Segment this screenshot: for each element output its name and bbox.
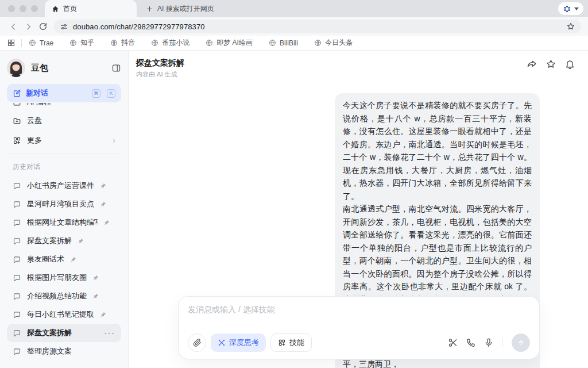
reload-button[interactable] — [36, 19, 51, 34]
pin-icon — [100, 312, 106, 318]
more-grid-icon — [13, 136, 21, 145]
toolbar-divider — [502, 339, 503, 347]
app-name: 豆包 — [31, 63, 111, 74]
pin-icon — [78, 238, 84, 244]
skills-label: 技能 — [289, 338, 304, 348]
attach-button[interactable] — [188, 334, 206, 352]
notification-bell-icon[interactable] — [564, 59, 575, 70]
avatar[interactable] — [7, 59, 25, 77]
history-item[interactable]: 小红书房产运营课件 ··· — [7, 177, 121, 195]
history-item-label: 根据图片写朋友圈 — [27, 273, 87, 283]
chat-main: 探盘文案拆解 内容由 AI 生成 今天这个房子要说不是精装修的就不要买房子了。先… — [129, 51, 588, 368]
collapse-sidebar-icon[interactable] — [111, 63, 121, 73]
skills-button[interactable]: 技能 — [270, 334, 312, 352]
message-input[interactable] — [188, 305, 530, 334]
chat-bubble-icon — [13, 274, 21, 282]
history-item[interactable]: 整理房源文案 ··· — [7, 342, 121, 361]
cloud-drive-folder-icon — [13, 117, 21, 125]
history-item-label: 介绍视频总结功能 — [27, 291, 87, 301]
bookmark-label: BiliBili — [280, 39, 298, 47]
item-menu-icon[interactable]: ··· — [105, 329, 115, 338]
minimize-window-icon[interactable] — [20, 5, 26, 12]
browser-tab-home[interactable]: 首页 — [45, 0, 137, 17]
chat-bubble-icon — [13, 329, 21, 338]
sidebar-item-more[interactable]: 更多 › — [7, 132, 121, 149]
apps-grid-icon[interactable] — [7, 39, 16, 47]
bookmark-item[interactable]: 番茄小说 — [151, 38, 189, 48]
deep-think-label: 深度思考 — [229, 338, 259, 348]
history-item[interactable]: 探盘文案拆解 ··· — [7, 232, 121, 250]
deep-think-toggle[interactable]: 深度思考 — [211, 334, 266, 352]
new-tab-button[interactable]: AI 搜索或打开网页 — [137, 4, 223, 14]
history-list: 小红书房产运营课件 ··· 星河畔月湾项目卖点 ··· 根据网址文章结构编写文章… — [7, 177, 121, 361]
skills-grid-icon — [278, 339, 286, 347]
home-icon — [52, 5, 59, 13]
pin-icon — [70, 256, 76, 263]
bookmark-item[interactable]: Trae — [29, 39, 53, 47]
zoom-window-icon[interactable] — [31, 5, 38, 12]
plus-icon — [146, 5, 153, 13]
bookmarks-divider — [21, 39, 22, 47]
address-bar[interactable]: doubao.com/chat/29829772977978370 — [54, 20, 581, 33]
bookmark-label: Trae — [40, 39, 53, 47]
bookmark-item[interactable]: BiliBili — [269, 39, 298, 47]
chat-bubble-icon — [13, 200, 21, 209]
chat-title: 探盘文案拆解 — [136, 57, 588, 68]
back-button[interactable] — [6, 19, 21, 34]
new-chat-label: 新对话 — [26, 88, 48, 98]
pin-icon — [103, 220, 110, 226]
more-label: 更多 — [27, 135, 42, 145]
bookmark-star-icon[interactable] — [566, 22, 575, 31]
close-window-icon[interactable] — [8, 5, 15, 12]
chat-bubble-icon — [13, 292, 21, 301]
history-header: 历史对话 — [13, 162, 121, 172]
compose-pencil-icon — [13, 89, 21, 98]
bookmark-item[interactable]: 知乎 — [69, 38, 94, 48]
chat-bubble-icon — [13, 237, 21, 246]
bookmark-list: Trae 知乎 抖音 番茄小说 即梦 AI绘画 BiliBili 今日头条 — [29, 38, 369, 48]
scissors-icon[interactable] — [448, 338, 458, 348]
window-controls[interactable] — [0, 5, 45, 12]
bookmarks-bar: Trae 知乎 抖音 番茄小说 即梦 AI绘画 BiliBili 今日头条 — [0, 36, 588, 51]
forward-button[interactable] — [21, 19, 36, 34]
chat-bubble-icon — [13, 255, 21, 264]
phone-call-icon[interactable] — [466, 338, 476, 348]
globe-icon — [29, 39, 36, 47]
bookmark-item[interactable]: 今日头条 — [314, 38, 353, 48]
sidebar-item-clipped[interactable]: AI 编程 — [7, 103, 121, 110]
history-item[interactable]: 星河畔月湾项目卖点 ··· — [7, 195, 121, 213]
sidebar-item-cloud-drive[interactable]: 云盘 — [7, 112, 121, 129]
browser-profile-button[interactable] — [558, 2, 583, 15]
history-item-label: 根据网址文章结构编写文章 — [27, 217, 98, 228]
globe-icon — [269, 39, 276, 47]
history-item-label: 泉友圈话术 — [27, 254, 64, 264]
pin-icon — [92, 275, 99, 281]
browser-toolbar: doubao.com/chat/29829772977978370 — [0, 17, 588, 36]
chevron-right-icon: › — [113, 136, 115, 145]
pin-icon — [100, 183, 106, 189]
bookmark-label: 抖音 — [121, 38, 135, 48]
new-chat-button[interactable]: 新对话 ⌘ K — [7, 84, 121, 102]
history-item[interactable]: 泉友圈话术 ··· — [7, 250, 121, 269]
deep-think-icon — [218, 339, 226, 347]
history-item[interactable]: 根据网址文章结构编写文章 ··· — [7, 213, 121, 232]
history-item-label: 探盘文案拆解 — [27, 236, 72, 246]
sidebar-divider — [7, 154, 121, 154]
bookmark-label: 今日头条 — [325, 38, 353, 48]
code-icon — [13, 103, 21, 107]
bookmark-label: 即梦 AI绘画 — [216, 38, 253, 48]
send-button[interactable] — [512, 334, 530, 352]
share-icon[interactable] — [527, 59, 537, 70]
bookmark-item[interactable]: 抖音 — [110, 38, 135, 48]
history-item[interactable]: 探盘文案拆解 ··· — [7, 324, 121, 342]
bookmark-item[interactable]: 即梦 AI绘画 — [206, 38, 253, 48]
favorite-star-icon[interactable] — [546, 59, 556, 70]
url-text[interactable]: doubao.com/chat/29829772977978370 — [73, 22, 566, 31]
cloud-drive-label: 云盘 — [27, 116, 42, 126]
tune-icon[interactable] — [60, 22, 68, 31]
history-item[interactable]: 根据图片写朋友圈 ··· — [7, 269, 121, 287]
history-item-label: 星河畔月湾项目卖点 — [27, 199, 94, 209]
microphone-icon[interactable] — [483, 338, 494, 348]
history-item[interactable]: 介绍视频总结功能 ··· — [7, 287, 121, 305]
history-item[interactable]: 每日小红书笔记提取 ··· — [7, 305, 121, 324]
